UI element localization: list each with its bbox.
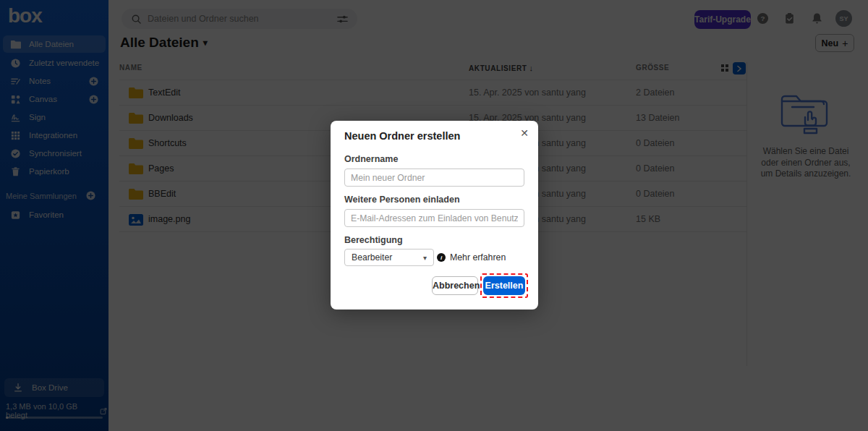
cancel-button[interactable]: Abbrechen [432,276,478,295]
permission-select[interactable]: Bearbeiter ▾ [344,249,434,266]
folder-name-label: Ordnername [344,154,398,164]
create-folder-modal: Neuen Ordner erstellen ✕ Ordnername Weit… [331,121,538,310]
caret-down-icon: ▾ [423,254,427,262]
close-icon[interactable]: ✕ [520,127,529,139]
invite-emails-input[interactable] [344,209,524,227]
learn-more-link[interactable]: i Mehr erfahren [437,252,506,263]
invite-people-label: Weitere Personen einladen [344,195,460,205]
folder-name-input[interactable] [344,168,524,187]
permission-label: Berechtigung [344,235,403,245]
box-app: box Alle Dateien Zuletzt verwendete Note… [0,0,868,431]
info-icon: i [437,253,446,262]
modal-title: Neuen Ordner erstellen [344,130,460,142]
create-button[interactable]: Erstellen [483,276,525,295]
